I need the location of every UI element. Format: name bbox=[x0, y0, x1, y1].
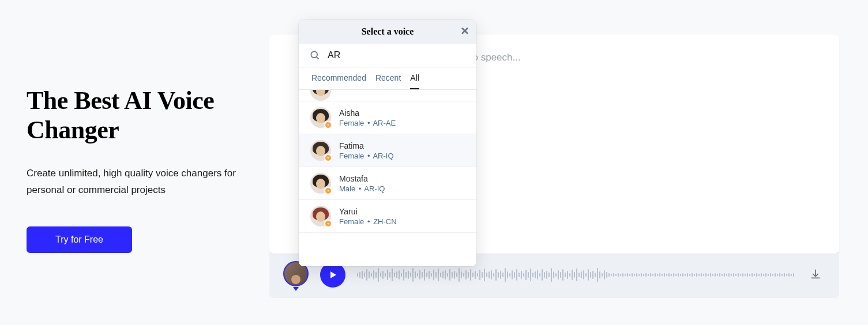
voice-avatar bbox=[310, 107, 331, 128]
voice-list[interactable]: AishaFemale • AR-AEFatimaFemale • AR-IQM… bbox=[299, 90, 476, 266]
download-icon bbox=[809, 268, 822, 281]
try-for-free-button[interactable]: Try for Free bbox=[27, 226, 132, 253]
download-button[interactable] bbox=[806, 264, 825, 286]
premium-badge-icon bbox=[324, 187, 332, 195]
play-icon bbox=[329, 270, 338, 279]
premium-badge-icon bbox=[324, 220, 332, 228]
close-icon bbox=[460, 27, 469, 36]
voice-item[interactable]: AishaFemale • AR-AE bbox=[299, 101, 476, 134]
premium-badge-icon bbox=[324, 121, 332, 129]
tabs: RecommendedRecentAll bbox=[299, 67, 476, 90]
voice-meta: Female • AR-IQ bbox=[339, 152, 394, 160]
popover-header: Select a voice bbox=[299, 20, 476, 44]
close-button[interactable] bbox=[458, 24, 472, 40]
search-icon bbox=[309, 50, 321, 61]
tab-recent[interactable]: Recent bbox=[375, 73, 401, 89]
voice-select-popover: Select a voice RecommendedRecentAll Aish… bbox=[299, 20, 476, 266]
voice-item[interactable]: FatimaFemale • AR-IQ bbox=[299, 134, 476, 167]
voice-avatar bbox=[310, 90, 331, 101]
search-row bbox=[299, 44, 476, 67]
voice-meta: Female • AR-AE bbox=[339, 119, 396, 127]
voice-avatar bbox=[310, 140, 331, 161]
voice-item[interactable] bbox=[299, 90, 476, 101]
voice-meta: Male • AR-IQ bbox=[339, 184, 385, 193]
voice-item[interactable]: MostafaMale • AR-IQ bbox=[299, 167, 476, 200]
svg-point-0 bbox=[311, 51, 317, 58]
search-input[interactable] bbox=[328, 50, 466, 61]
voice-name: Yarui bbox=[339, 207, 397, 216]
page-title: The Best AI Voice Changer bbox=[27, 86, 258, 145]
tab-recommended[interactable]: Recommended bbox=[311, 73, 366, 89]
voice-avatar bbox=[310, 173, 331, 194]
tab-all[interactable]: All bbox=[410, 73, 419, 89]
voice-name: Aisha bbox=[339, 108, 396, 118]
voice-avatar bbox=[310, 206, 331, 226]
popover-title: Select a voice bbox=[362, 27, 414, 37]
waveform[interactable] bbox=[357, 266, 794, 284]
voice-meta: Female • ZH-CN bbox=[339, 217, 397, 226]
voice-name: Mostafa bbox=[339, 174, 385, 183]
voice-item[interactable]: YaruiFemale • ZH-CN bbox=[299, 200, 476, 233]
premium-badge-icon bbox=[324, 154, 332, 162]
voice-name: Fatima bbox=[339, 141, 394, 150]
page-subtitle: Create unlimited, high quality voice cha… bbox=[27, 165, 258, 199]
